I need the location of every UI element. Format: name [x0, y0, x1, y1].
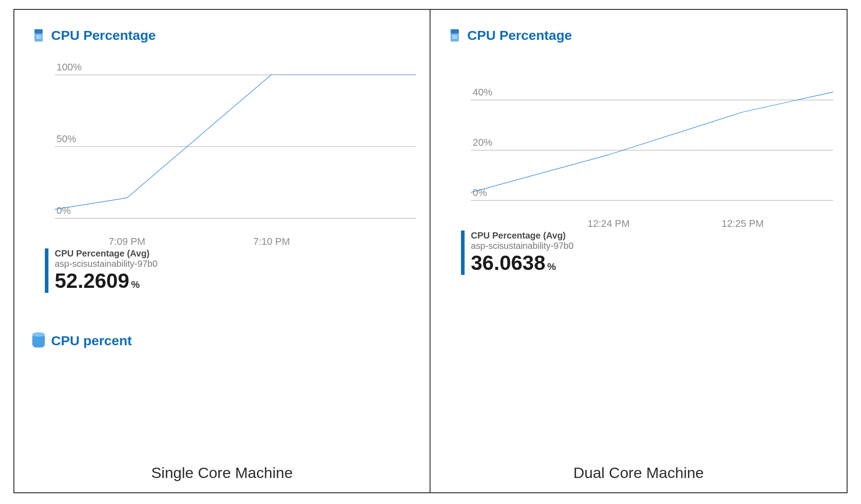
line-series: [55, 74, 416, 218]
panel-title-right: CPU Percentage: [448, 28, 833, 43]
server-icon: [32, 28, 45, 43]
x-tick-label: 12:25 PM: [722, 218, 764, 230]
metric-block-left: CPU Percentage (Avg) asp-scisustainabili…: [45, 248, 416, 293]
line-chart-left: 100% 50% 0% 7:09 PM 7:10 PM: [28, 74, 416, 236]
metric-accent-bar: [45, 248, 48, 293]
svg-rect-6: [452, 35, 457, 36]
x-tick-label: 7:10 PM: [253, 236, 290, 248]
subheading-text: CPU percent: [51, 333, 132, 348]
svg-rect-3: [36, 38, 41, 39]
metric-unit: %: [131, 279, 140, 290]
metric-label-1: CPU Percentage (Avg): [471, 230, 574, 241]
svg-rect-7: [452, 38, 457, 39]
metric-label-2: asp-scisustainability-97b0: [471, 241, 574, 251]
metric-block-right: CPU Percentage (Avg) asp-scisustainabili…: [461, 230, 833, 275]
subheading-cpu-percent: CPU percent: [32, 333, 416, 348]
metric-lines: CPU Percentage (Avg) asp-scisustainabili…: [471, 230, 574, 275]
panel-caption-right: Dual Core Machine: [430, 464, 847, 482]
metric-unit: %: [547, 261, 556, 272]
panel-title-text: CPU Percentage: [467, 28, 572, 43]
panel-single-core: CPU Percentage 100% 50% 0% 7:09 PM 7:10 …: [14, 10, 430, 492]
gridline: [55, 218, 416, 219]
metric-label-2: asp-scisustainability-97b0: [55, 259, 157, 269]
metric-label-1: CPU Percentage (Avg): [55, 248, 157, 259]
panel-title-left: CPU Percentage: [32, 28, 416, 43]
line-chart-right: 40% 20% 0% 12:24 PM 12:25 PM: [444, 74, 833, 218]
gridline: [471, 200, 833, 201]
panel-caption-left: Single Core Machine: [14, 464, 430, 482]
x-tick-label: 12:24 PM: [587, 218, 630, 230]
panel-title-text: CPU Percentage: [51, 28, 156, 43]
ytick-label: 100%: [57, 61, 82, 73]
metric-value-number: 52.2609: [55, 269, 129, 292]
panel-dual-core: CPU Percentage 40% 20% 0% 12:24 PM 12:25…: [430, 10, 847, 492]
svg-rect-1: [35, 29, 43, 33]
server-icon: [448, 28, 461, 43]
metric-value: 52.2609%: [55, 269, 157, 293]
svg-rect-5: [451, 29, 459, 33]
chart-panels: CPU Percentage 100% 50% 0% 7:09 PM 7:10 …: [13, 9, 848, 493]
line-series: [471, 74, 833, 200]
metric-accent-bar: [461, 230, 465, 275]
metric-value-number: 36.0638: [471, 251, 545, 274]
metric-lines: CPU Percentage (Avg) asp-scisustainabili…: [55, 248, 157, 293]
database-icon: [32, 334, 45, 348]
x-tick-label: 7:09 PM: [109, 236, 145, 248]
metric-value: 36.0638%: [471, 251, 574, 275]
svg-rect-2: [36, 35, 41, 36]
